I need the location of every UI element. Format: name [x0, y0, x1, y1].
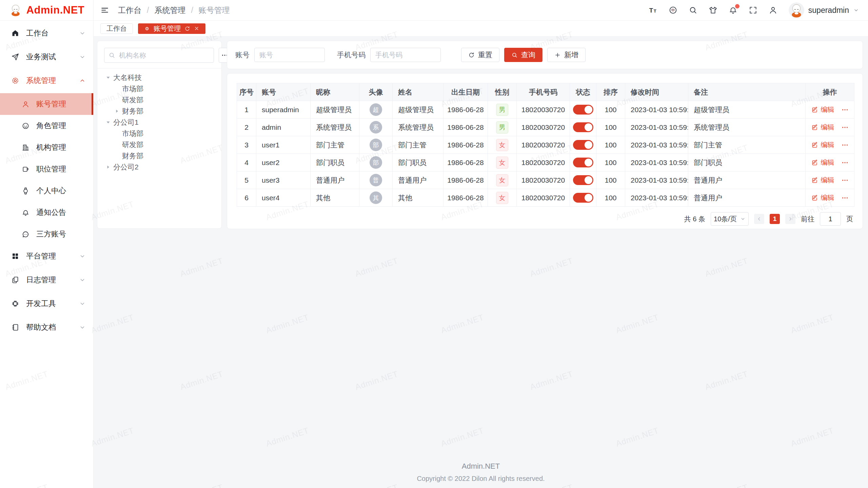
sidebar-item-account-management[interactable]: 账号管理 — [0, 93, 93, 115]
sidebar-item-log-management[interactable]: 日志管理 — [0, 269, 93, 291]
caret-down-icon[interactable] — [105, 119, 112, 126]
caret-down-icon[interactable] — [105, 74, 112, 81]
tree-node[interactable]: 市场部 — [104, 83, 215, 94]
sidebar-item-dev-tools[interactable]: 开发工具 — [0, 292, 93, 315]
add-button[interactable]: 新增 — [547, 48, 586, 62]
edit-icon[interactable] — [811, 106, 818, 113]
tree-node[interactable]: 分公司1 — [104, 117, 215, 128]
edit-button[interactable]: 编辑 — [821, 105, 834, 114]
sidebar-item-position-management[interactable]: 职位管理 — [0, 158, 93, 180]
gender-badge: 男 — [496, 121, 508, 134]
edit-icon[interactable] — [811, 142, 818, 148]
tree-node[interactable]: 大名科技 — [104, 72, 215, 83]
svg-text:T: T — [653, 8, 656, 14]
sidebar-item-business-test[interactable]: 业务测试 — [0, 46, 93, 68]
sidebar-item-personal-center[interactable]: 个人中心 — [0, 180, 93, 202]
phone-input[interactable] — [370, 48, 441, 62]
refresh-icon[interactable] — [184, 26, 190, 32]
sidebar-item-system-management[interactable]: 系统管理 — [0, 69, 93, 92]
sidebar-item-platform-management[interactable]: 平台管理 — [0, 245, 93, 267]
more-actions-icon[interactable] — [841, 141, 849, 149]
breadcrumb-item[interactable]: 系统管理 — [154, 5, 185, 16]
close-icon[interactable] — [194, 26, 199, 31]
tree-node[interactable]: 分公司2 — [104, 161, 215, 172]
tree-node[interactable]: 财务部 — [104, 105, 215, 117]
edit-icon[interactable] — [811, 159, 818, 166]
cell-account: user1 — [256, 136, 311, 154]
status-toggle[interactable] — [573, 105, 593, 115]
tree-node[interactable]: 研发部 — [104, 139, 215, 150]
search-icon[interactable] — [689, 6, 697, 15]
tree-node[interactable]: 财务部 — [104, 150, 215, 161]
page-size-select[interactable]: 10条/页 — [711, 212, 749, 226]
sidebar-item-role-management[interactable]: 角色管理 — [0, 115, 93, 137]
column-header-avatar: 头像 — [359, 83, 393, 101]
more-actions-icon[interactable] — [841, 124, 849, 131]
language-icon[interactable]: 中 — [669, 6, 677, 15]
prev-page-button[interactable] — [754, 214, 764, 224]
notification-icon[interactable] — [729, 6, 737, 15]
user-avatar — [789, 2, 804, 18]
sidebar-item-third-party-account[interactable]: 三方账号 — [0, 223, 93, 245]
edit-button[interactable]: 编辑 — [821, 158, 834, 167]
sidebar-item-notice-announcement[interactable]: 通知公告 — [0, 202, 93, 223]
caret-right-icon[interactable] — [105, 164, 112, 170]
footer-title: Admin.NET — [94, 462, 868, 471]
fullscreen-icon[interactable] — [749, 6, 757, 15]
status-toggle[interactable] — [573, 140, 593, 150]
svg-text:中: 中 — [671, 8, 675, 12]
org-search-input[interactable] — [118, 51, 210, 60]
menu-fold-icon[interactable] — [100, 6, 109, 15]
theme-icon[interactable] — [709, 6, 717, 15]
edit-button[interactable]: 编辑 — [821, 123, 834, 132]
more-actions-icon[interactable] — [841, 106, 849, 114]
current-page-button[interactable]: 1 — [770, 214, 780, 224]
edit-icon[interactable] — [811, 124, 818, 131]
status-toggle[interactable] — [573, 193, 593, 203]
tree-node-label: 市场部 — [122, 84, 143, 94]
edit-button[interactable]: 编辑 — [821, 193, 834, 202]
home-icon — [11, 29, 19, 37]
tab-item[interactable]: 工作台 — [100, 23, 133, 34]
sidebar-item-org-management[interactable]: 机构管理 — [0, 137, 93, 158]
tree-node[interactable]: 研发部 — [104, 94, 215, 105]
edit-icon[interactable] — [811, 177, 818, 184]
next-page-button[interactable] — [785, 214, 795, 224]
status-toggle[interactable] — [573, 122, 593, 132]
copydoc-icon — [11, 276, 19, 284]
tab-active[interactable]: 账号管理 — [138, 23, 205, 34]
edit-button[interactable]: 编辑 — [821, 140, 834, 149]
refresh-icon — [468, 52, 475, 58]
status-toggle[interactable] — [573, 175, 593, 185]
cell-birthdate: 1986-06-28 — [443, 119, 488, 136]
right-column: 账号 手机号码 重置 查询 — [227, 41, 863, 229]
column-header-actions: 操作 — [806, 83, 854, 101]
search-button[interactable]: 查询 — [504, 48, 542, 62]
reset-button[interactable]: 重置 — [461, 48, 499, 62]
breadcrumb-item[interactable]: 工作台 — [118, 5, 141, 16]
more-actions-icon[interactable] — [841, 159, 849, 166]
chevron-down-icon — [79, 300, 86, 307]
svg-text:T: T — [649, 7, 653, 14]
goto-page-input[interactable] — [820, 212, 841, 226]
status-toggle[interactable] — [573, 158, 593, 167]
account-input[interactable] — [254, 48, 325, 62]
table-row: 1superadmin超级管理员超超级管理员1986-06-28男1802003… — [237, 101, 854, 119]
more-actions-icon[interactable] — [841, 177, 849, 184]
tab-bar: 工作台账号管理 — [94, 21, 868, 37]
edit-icon[interactable] — [811, 195, 818, 201]
edit-button[interactable]: 编辑 — [821, 176, 834, 185]
chevron-down-icon — [853, 7, 859, 13]
sidebar-item-help-docs[interactable]: 帮助文档 — [0, 316, 93, 339]
logo[interactable]: Admin.NET — [0, 0, 93, 21]
sidebar-item-workbench[interactable]: 工作台 — [0, 22, 93, 44]
breadcrumb-item[interactable]: 账号管理 — [199, 5, 230, 16]
more-actions-icon[interactable] — [841, 194, 849, 202]
tree-node[interactable]: 市场部 — [104, 128, 215, 139]
user-menu[interactable]: superadmin — [789, 2, 859, 18]
topbar-icons: TT中superadmin — [649, 2, 859, 18]
font-size-icon[interactable]: TT — [649, 6, 657, 15]
caret-right-icon[interactable] — [114, 108, 120, 115]
footer-copyright: Copyright © 2022 Dilon All rights reserv… — [94, 475, 868, 483]
profile-icon[interactable] — [769, 6, 777, 15]
